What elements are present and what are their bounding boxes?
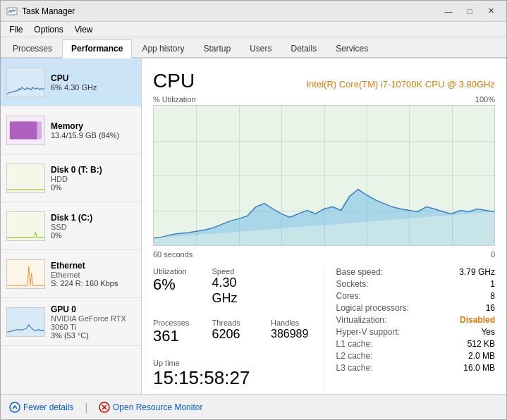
disk0-name: Disk 0 (T: B:) [51, 165, 135, 175]
fewer-details-link[interactable]: Fewer details [9, 402, 73, 413]
menu-view[interactable]: View [69, 23, 99, 36]
detail-virtualization: Virtualization: Disabled [336, 315, 496, 325]
detail-logical-processors: Logical processors: 16 [336, 303, 496, 313]
svg-rect-13 [7, 260, 44, 288]
resource-item-cpu[interactable]: CPU 6% 4.30 GHz [1, 58, 141, 106]
ethernet-info: Ethernet Ethernet S: 224 R: 160 Kbps [51, 261, 135, 288]
menu-file[interactable]: File [4, 23, 28, 36]
memory-value: 13.4/15.9 GB (84%) [51, 131, 135, 140]
ethernet-name: Ethernet [51, 261, 135, 271]
gpu0-info: GPU 0 NVIDIA GeForce RTX 3060 Ti 3% (53 … [51, 304, 135, 340]
tab-app-history[interactable]: App history [133, 39, 193, 57]
left-panel: CPU 6% 4.30 GHz Memory 13.4/15.9 GB (84%… [1, 58, 142, 394]
resource-item-memory[interactable]: Memory 13.4/15.9 GB (84%) [1, 106, 141, 154]
memory-name: Memory [51, 121, 135, 131]
window-title: Task Manager [22, 6, 75, 16]
disk0-type: HDD [51, 175, 135, 183]
gpu0-value: 3% (53 °C) [51, 331, 135, 340]
disk0-value: 0% [51, 183, 135, 192]
svg-rect-5 [10, 121, 37, 139]
open-resource-monitor-label: Open Resource Monitor [113, 402, 202, 412]
cpu-title: CPU [153, 70, 195, 92]
processes-value: 361 [153, 327, 207, 345]
detail-l1-cache: L1 cache: 512 KB [336, 339, 496, 349]
svg-marker-21 [154, 190, 494, 245]
disk1-value: 0% [51, 231, 135, 240]
utilization-label: Utilization [153, 267, 207, 276]
tab-startup[interactable]: Startup [194, 39, 240, 57]
tab-performance[interactable]: Performance [62, 39, 132, 58]
resource-item-ethernet[interactable]: Ethernet Ethernet S: 224 R: 160 Kbps [1, 250, 141, 298]
speed-label: Speed [212, 267, 266, 276]
ethernet-value: S: 224 R: 160 Kbps [51, 279, 135, 288]
svg-rect-8 [7, 212, 44, 240]
handles-label: Handles [271, 319, 324, 327]
cpu-name: CPU [51, 73, 135, 83]
time-label-right: 0 [491, 250, 495, 259]
disk1-info: Disk 1 (C:) SSD 0% [51, 213, 135, 240]
memory-thumbnail [6, 116, 45, 145]
resource-item-disk0[interactable]: Disk 0 (T: B:) HDD 0% [1, 154, 141, 202]
content-area: CPU 6% 4.30 GHz Memory 13.4/15.9 GB (84%… [1, 58, 506, 394]
cpu-thumbnail [6, 68, 45, 97]
gpu0-thumbnail [6, 307, 45, 337]
utilization-value: 6% [153, 276, 207, 294]
detail-hyperv: Hyper-V support: Yes [336, 327, 496, 337]
gpu0-name: GPU 0 [51, 304, 135, 314]
detail-base-speed: Base speed: 3.79 GHz [336, 267, 496, 277]
resource-item-gpu0[interactable]: GPU 0 NVIDIA GeForce RTX 3060 Ti 3% (53 … [1, 298, 141, 346]
stats-left: Utilization 6% Speed 4.30 GHz Processes … [153, 267, 324, 394]
right-panel: CPU Intel(R) Core(TM) i7-10700K CPU @ 3.… [142, 58, 506, 394]
app-icon [6, 6, 18, 17]
cpu-chart [153, 105, 495, 246]
cpu-model: Intel(R) Core(TM) i7-10700K CPU @ 3.80GH… [307, 79, 496, 89]
uptime-value: 15:15:58:27 [153, 367, 324, 389]
processes-label: Processes [153, 319, 207, 327]
handles-stat: Handles 386989 [271, 319, 324, 345]
disk1-thumbnail [6, 211, 45, 241]
fewer-details-label: Fewer details [23, 402, 73, 412]
threads-stat: Threads 6206 [212, 319, 266, 345]
detail-cores: Cores: 8 [336, 291, 496, 301]
title-bar: Task Manager — □ ✕ [1, 1, 506, 22]
close-button[interactable]: ✕ [481, 4, 501, 18]
disk0-thumbnail [6, 163, 45, 193]
task-manager-window: Task Manager — □ ✕ File Options View Pro… [0, 0, 507, 420]
tab-services[interactable]: Services [326, 39, 377, 57]
tab-users[interactable]: Users [240, 39, 281, 57]
cpu-info: CPU 6% 4.30 GHz [51, 73, 135, 92]
cpu-value: 6% 4.30 GHz [51, 83, 135, 92]
detail-sockets: Sockets: 1 [336, 279, 496, 289]
ethernet-sub: Ethernet [51, 271, 135, 279]
maximize-button[interactable]: □ [460, 4, 479, 18]
resource-monitor-icon [99, 402, 110, 413]
minimize-button[interactable]: — [439, 4, 458, 18]
window-controls: — □ ✕ [439, 4, 501, 18]
chevron-up-icon [9, 402, 20, 413]
svg-rect-6 [7, 164, 44, 192]
handles-value: 386989 [271, 327, 324, 340]
speed-stat: Speed 4.30 GHz [212, 267, 266, 306]
resource-item-disk1[interactable]: Disk 1 (C:) SSD 0% [1, 202, 141, 250]
bottom-bar: Fewer details | Open Resource Monitor [1, 394, 506, 419]
threads-value: 6206 [212, 327, 266, 342]
tab-details[interactable]: Details [281, 39, 326, 57]
chart-y-label: % Utilization [153, 95, 196, 104]
ethernet-thumbnail [6, 259, 45, 289]
disk0-info: Disk 0 (T: B:) HDD 0% [51, 165, 135, 192]
stats-grid: Utilization 6% Speed 4.30 GHz Processes … [153, 267, 495, 394]
memory-info: Memory 13.4/15.9 GB (84%) [51, 121, 135, 140]
title-bar-left: Task Manager [6, 6, 75, 17]
uptime-label: Up time [153, 359, 324, 367]
gpu0-sub: NVIDIA GeForce RTX 3060 Ti [51, 314, 135, 331]
svg-rect-20 [7, 308, 44, 336]
menu-options[interactable]: Options [28, 23, 68, 36]
svg-rect-2 [7, 68, 44, 97]
open-resource-monitor-link[interactable]: Open Resource Monitor [99, 402, 202, 413]
stats-right: Base speed: 3.79 GHz Sockets: 1 Cores: 8… [324, 267, 496, 394]
tab-processes[interactable]: Processes [4, 39, 61, 57]
chart-y-max: 100% [475, 95, 495, 104]
disk1-name: Disk 1 (C:) [51, 213, 135, 223]
detail-l3-cache: L3 cache: 16.0 MB [336, 363, 496, 373]
detail-l2-cache: L2 cache: 2.0 MB [336, 351, 496, 361]
